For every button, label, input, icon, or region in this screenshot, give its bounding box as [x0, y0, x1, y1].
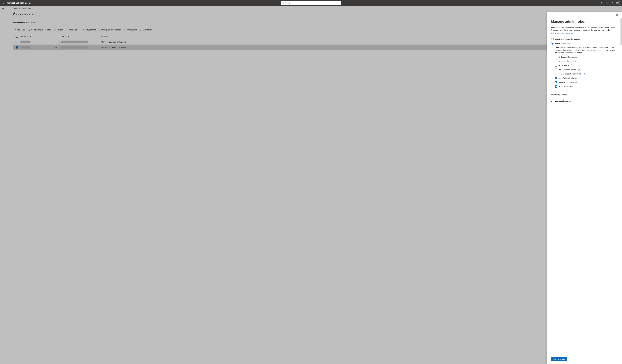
svg-rect-4 [3, 3, 3, 3]
info-icon[interactable]: i [579, 77, 581, 79]
mfa-button[interactable]: Multi-factor authentication [28, 29, 51, 31]
role-label: Teams Administrator [558, 81, 574, 83]
role-checkbox[interactable] [555, 73, 557, 75]
svg-point-32 [56, 47, 56, 48]
role-checkbox[interactable] [555, 60, 557, 62]
radio-admin-label: Admin center access [555, 42, 572, 44]
svg-point-33 [59, 46, 59, 47]
svg-point-11 [607, 3, 607, 3]
download-file-icon[interactable] [600, 1, 603, 4]
topbar: Microsoft 365 admin center FH [0, 0, 622, 6]
table-row[interactable]: ████████ ██████████████████████ Microsof… [13, 39, 619, 45]
col-licenses[interactable]: Licenses [101, 36, 141, 38]
row-name: ████████ [20, 46, 30, 48]
account-avatar[interactable]: FH [616, 1, 620, 5]
breadcrumb-home[interactable]: Home [13, 8, 18, 10]
show-all-by-category[interactable]: Show all by category [551, 91, 618, 96]
reset-password-label: Reset password [83, 29, 96, 31]
info-icon[interactable]: i [575, 60, 577, 62]
svg-rect-17 [29, 30, 30, 31]
row-checkbox[interactable] [16, 46, 18, 49]
flyout-title: Manage admin roles [547, 17, 622, 26]
col-display-name[interactable]: Display name [20, 36, 61, 38]
svg-point-24 [156, 30, 156, 30]
role-row[interactable]: Exchange Administratori [555, 56, 618, 58]
flyout-header [547, 12, 622, 17]
role-label: Exchange Administrator [558, 56, 577, 58]
learn-more-link[interactable]: Learn more about admin roles [551, 32, 574, 34]
refresh-button[interactable]: Refresh [54, 29, 63, 31]
svg-point-22 [125, 30, 125, 30]
col-username[interactable]: Username [61, 36, 101, 38]
role-row[interactable]: User Administratori [555, 85, 618, 88]
role-label: Global Reader [558, 64, 570, 66]
role-row[interactable]: Helpdesk Administratori [555, 69, 618, 71]
svg-point-12 [612, 3, 612, 4]
radio-no-admin-access[interactable]: User (no admin center access) [551, 38, 618, 40]
delete-user-label: Delete user [69, 29, 78, 31]
svg-point-31 [59, 42, 59, 42]
row-more-button[interactable] [59, 46, 59, 48]
info-icon[interactable]: i [583, 73, 585, 75]
close-button[interactable] [616, 14, 619, 17]
export-users-button[interactable]: Export users [140, 29, 153, 31]
table-row[interactable]: ████████ ██████████████████████ Microsof… [13, 45, 619, 50]
row-checkbox[interactable] [16, 41, 18, 43]
nav-toggle-button[interactable] [2, 8, 4, 10]
manage-licenses-label: Manage product licenses [101, 29, 121, 31]
role-label: SharePoint Administrator [558, 77, 578, 79]
settings-icon[interactable] [605, 1, 608, 4]
svg-rect-6 [2, 3, 2, 4]
save-changes-button[interactable]: Save changes [551, 357, 567, 361]
add-user-button[interactable]: Add a user [14, 29, 25, 31]
select-all-checkbox[interactable] [16, 35, 18, 38]
svg-rect-2 [3, 2, 4, 2]
back-button[interactable] [550, 14, 553, 17]
svg-rect-20 [99, 29, 100, 31]
svg-rect-3 [2, 3, 2, 3]
role-checkbox[interactable] [555, 77, 557, 79]
radio-admin-access[interactable]: Admin center access [551, 42, 618, 44]
role-row[interactable]: Global Administratori [555, 60, 618, 62]
svg-line-10 [284, 3, 284, 4]
role-checkbox[interactable] [555, 64, 557, 67]
svg-point-18 [66, 29, 67, 30]
info-icon[interactable]: i [578, 69, 580, 71]
manage-licenses-button[interactable]: Manage product licenses [98, 29, 121, 31]
role-checkbox[interactable] [555, 81, 557, 83]
info-icon[interactable]: i [578, 56, 580, 58]
info-icon[interactable]: i [571, 64, 573, 66]
role-checkbox[interactable] [555, 56, 557, 58]
toolbar-overflow-button[interactable] [155, 30, 157, 30]
role-checkbox[interactable] [555, 85, 557, 88]
access-radio-group: User (no admin center access) Admin cent… [551, 38, 618, 88]
scrollbar[interactable] [621, 18, 622, 45]
select-all-cell [13, 35, 20, 38]
role-row[interactable]: SharePoint Administratori [555, 77, 618, 79]
app-launcher-button[interactable] [1, 1, 5, 5]
svg-point-19 [80, 30, 81, 30]
row-more-button[interactable] [59, 41, 59, 43]
svg-point-9 [283, 2, 284, 3]
delete-user-button[interactable]: Delete user [66, 29, 78, 31]
flyout-body: Admin roles give users permission to vie… [547, 26, 622, 355]
recommended-actions-row[interactable]: Recommended actions (2) [13, 19, 619, 26]
svg-point-21 [124, 29, 125, 30]
help-icon[interactable] [611, 1, 614, 4]
chevron-right-icon [19, 8, 20, 9]
info-icon[interactable]: i [574, 86, 576, 88]
add-user-label: Add a user [17, 29, 25, 31]
search-input[interactable] [281, 1, 341, 5]
reset-password-icon[interactable] [55, 46, 57, 48]
role-row[interactable]: Teams Administratori [555, 81, 618, 83]
manage-roles-button[interactable]: Manage roles [123, 29, 137, 31]
role-row[interactable]: Service Support Administratori [555, 73, 618, 75]
breadcrumb-current: Active users [21, 8, 31, 10]
svg-rect-7 [3, 3, 3, 4]
nav-collapse-column [0, 6, 6, 364]
role-checkbox[interactable] [555, 69, 557, 71]
table-header: Display name Username Licenses Choose co… [13, 34, 619, 39]
reset-password-button[interactable]: Reset password [80, 29, 96, 31]
role-row[interactable]: Global Readeri [555, 64, 618, 67]
info-icon[interactable]: i [576, 81, 578, 83]
